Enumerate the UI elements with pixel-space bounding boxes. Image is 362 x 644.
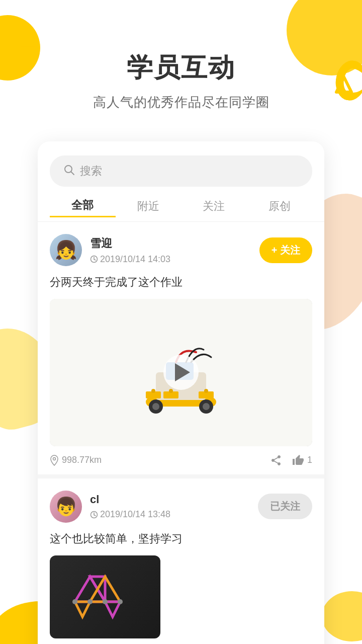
clock-icon-1 <box>90 255 98 263</box>
post-time-1: 2019/10/14 14:03 <box>90 254 259 265</box>
clock-icon-2 <box>90 511 98 519</box>
username-1: 雪迎 <box>90 236 259 251</box>
post-time-text-1: 2019/10/14 14:03 <box>100 254 170 265</box>
svg-point-30 <box>103 599 108 604</box>
svg-point-17 <box>151 389 155 393</box>
post-footer-1: 998.77km 1 <box>50 454 312 466</box>
tab-original[interactable]: 原创 <box>247 199 313 217</box>
search-placeholder: 搜索 <box>80 164 102 179</box>
post-card-2: cl 2019/10/14 13:48 已关注 这个也比较简单，坚持学习 <box>38 478 324 645</box>
video-thumbnail-1[interactable] <box>50 299 312 446</box>
post-content-2: 这个也比较简单，坚持学习 <box>50 530 312 547</box>
like-count-1: 1 <box>307 455 312 465</box>
tab-following[interactable]: 关注 <box>181 199 247 217</box>
svg-marker-28 <box>105 602 120 617</box>
tab-nearby[interactable]: 附近 <box>116 199 182 217</box>
header-section: 学员互动 高人气的优秀作品尽在同学圈 <box>0 0 362 121</box>
like-icon-1 <box>292 454 304 466</box>
follow-button-1[interactable]: + 关注 <box>259 237 312 263</box>
user-info-1: 雪迎 2019/10/14 14:03 <box>90 236 259 265</box>
post-time-text-2: 2019/10/14 13:48 <box>100 509 170 520</box>
magnet-image <box>50 555 160 638</box>
avatar-1 <box>50 234 82 266</box>
play-button-1[interactable] <box>163 355 199 390</box>
image-thumbnail-2[interactable] <box>50 555 160 638</box>
svg-line-23 <box>94 515 96 516</box>
username-2: cl <box>90 493 258 506</box>
share-icon-1 <box>270 454 282 466</box>
tab-all[interactable]: 全部 <box>50 198 116 217</box>
svg-point-10 <box>152 403 159 410</box>
follow-button-2[interactable]: 已关注 <box>258 494 312 519</box>
svg-line-6 <box>94 260 96 261</box>
svg-point-29 <box>87 599 93 604</box>
post-header-1: 雪迎 2019/10/14 14:03 + 关注 <box>50 234 312 266</box>
svg-marker-24 <box>75 577 105 602</box>
search-bar[interactable]: 搜索 <box>50 155 312 187</box>
post-content-1: 分两天终于完成了这个作业 <box>50 273 312 291</box>
svg-point-31 <box>72 599 77 604</box>
location-1: 998.77km <box>50 455 102 466</box>
main-card: 搜索 全部 附近 关注 原创 雪迎 <box>38 141 324 644</box>
play-triangle-icon <box>175 363 190 381</box>
like-button-1[interactable]: 1 <box>292 454 312 466</box>
location-text-1: 998.77km <box>62 455 102 465</box>
svg-point-11 <box>203 403 210 410</box>
post-card-1: 雪迎 2019/10/14 14:03 + 关注 分两天终于完成了这个作业 <box>38 222 324 478</box>
tab-bar: 全部 附近 关注 原创 <box>38 187 324 221</box>
search-icon <box>64 165 75 178</box>
location-icon-1 <box>50 455 59 466</box>
user-info-2: cl 2019/10/14 13:48 <box>90 493 258 520</box>
post-time-2: 2019/10/14 13:48 <box>90 509 258 520</box>
svg-point-32 <box>118 599 123 604</box>
page-subtitle: 高人气的优秀作品尽在同学圈 <box>0 94 362 111</box>
page-title: 学员互动 <box>0 50 362 86</box>
svg-marker-27 <box>75 602 90 617</box>
svg-point-20 <box>53 457 56 460</box>
magnet-illustration <box>65 567 145 627</box>
svg-point-19 <box>204 389 208 393</box>
svg-line-3 <box>71 172 74 175</box>
post-header-2: cl 2019/10/14 13:48 已关注 <box>50 491 312 523</box>
action-buttons-1: 1 <box>270 454 312 466</box>
share-button-1[interactable] <box>270 454 282 466</box>
avatar-2 <box>50 491 82 523</box>
svg-point-18 <box>169 389 173 393</box>
